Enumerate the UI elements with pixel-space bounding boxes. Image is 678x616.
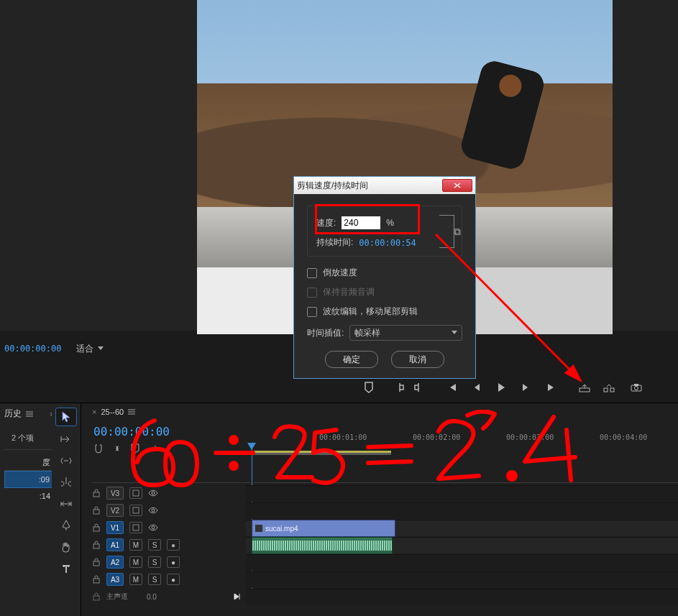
panel-menu-icon [26, 411, 33, 417]
track-header-v1[interactable]: V1 [92, 520, 244, 535]
track-select-tool[interactable] [56, 431, 76, 448]
mark-in-button[interactable] [394, 381, 407, 394]
extract-button[interactable] [603, 381, 615, 394]
ripple-edit-tool[interactable] [56, 452, 76, 469]
svg-rect-13 [93, 527, 99, 531]
svg-rect-10 [93, 510, 99, 514]
solo-button[interactable]: S [148, 556, 161, 568]
export-frame-button[interactable] [630, 381, 643, 394]
lock-icon[interactable] [92, 523, 101, 532]
bin-row[interactable]: 度 [4, 454, 55, 470]
step-forward-button[interactable] [519, 381, 532, 394]
track-header-v2[interactable]: V2 [92, 502, 244, 518]
eye-icon[interactable] [148, 507, 158, 514]
track-tag[interactable]: A2 [106, 556, 124, 569]
record-button[interactable]: ● [167, 539, 180, 551]
track-tag[interactable]: V3 [106, 487, 124, 500]
play-button[interactable] [495, 381, 508, 394]
eye-icon[interactable] [148, 489, 158, 497]
zoom-fit-label: 适合 [76, 343, 93, 355]
cancel-button[interactable]: 取消 [391, 351, 444, 368]
track-lane-a3[interactable] [246, 571, 678, 588]
step-back-button[interactable] [470, 381, 483, 394]
bin-row[interactable]: :14 [4, 488, 55, 504]
track-lane-v3[interactable] [246, 485, 678, 502]
go-to-out-button[interactable] [545, 381, 558, 394]
project-tab[interactable]: 历史 » [4, 408, 55, 420]
record-button[interactable]: ● [167, 574, 180, 585]
selection-tool[interactable] [55, 408, 77, 426]
bin-row[interactable]: :09 [4, 471, 55, 488]
sequence-tab[interactable]: × 25--60 [92, 408, 135, 416]
pitch-label: 保持音频音调 [323, 286, 375, 298]
track-header-a3[interactable]: A3 M S ● [92, 571, 244, 587]
track-target[interactable] [129, 487, 142, 499]
lock-icon[interactable] [92, 541, 101, 549]
track-tag[interactable]: V1 [106, 521, 124, 534]
track-lane-v2[interactable] [246, 502, 678, 519]
reverse-checkbox[interactable] [307, 268, 317, 278]
linked-selection-icon[interactable] [112, 443, 122, 454]
snap-icon[interactable] [93, 443, 104, 454]
mute-button[interactable]: M [129, 539, 142, 551]
duration-label: 持续时间: [316, 236, 353, 249]
zoom-fit-dropdown[interactable]: 适合 [70, 341, 110, 357]
track-header-a2[interactable]: A2 M S ● [92, 554, 244, 570]
add-marker-button[interactable] [362, 381, 375, 394]
track-tag[interactable]: V2 [106, 504, 124, 517]
track-lane-a2[interactable] [246, 554, 678, 571]
lock-icon[interactable] [92, 558, 101, 566]
track-header-master[interactable]: 主声道 0.0 [92, 589, 244, 604]
pen-tool[interactable] [56, 517, 76, 534]
lift-button[interactable] [578, 381, 591, 394]
track-tag[interactable]: A3 [106, 573, 124, 586]
lock-icon[interactable] [92, 592, 101, 601]
duration-value[interactable]: 00:00:00:54 [359, 238, 416, 248]
track-lane-master[interactable] [246, 589, 678, 605]
work-area-track [252, 453, 391, 455]
video-clip[interactable]: sucai.mp4 [252, 520, 395, 537]
lock-icon[interactable] [92, 506, 101, 515]
svg-rect-18 [93, 579, 99, 583]
audio-clip[interactable] [252, 537, 393, 554]
track-target[interactable] [129, 522, 142, 533]
eye-icon[interactable] [148, 524, 158, 531]
interp-value: 帧采样 [354, 327, 380, 339]
close-icon[interactable]: × [92, 408, 96, 416]
dialog-titlebar[interactable]: 剪辑速度/持续时间 [294, 177, 475, 194]
go-end-icon[interactable] [233, 592, 242, 601]
dialog-close-button[interactable] [442, 179, 472, 192]
program-timecode[interactable]: 00:00:00:00 [4, 344, 61, 354]
track-header-a1[interactable]: A1 M S ● [92, 537, 244, 553]
lock-icon[interactable] [92, 489, 101, 497]
lock-icon[interactable] [92, 575, 101, 584]
type-tool[interactable] [56, 560, 76, 577]
settings-icon[interactable] [148, 443, 158, 454]
slip-tool[interactable] [56, 495, 76, 512]
timeline-timecode[interactable]: 00:00:00:00 [93, 425, 170, 438]
solo-button[interactable]: S [148, 539, 161, 551]
hand-tool[interactable] [56, 538, 76, 556]
svg-rect-17 [93, 561, 99, 566]
solo-button[interactable]: S [148, 574, 161, 585]
track-tag[interactable]: A1 [106, 538, 124, 551]
interp-dropdown[interactable]: 帧采样 [349, 325, 462, 341]
ruler-label: 00:00:02:00 [413, 433, 460, 441]
mute-button[interactable]: M [129, 574, 142, 585]
ripple-checkbox[interactable] [307, 307, 317, 317]
track-header-v3[interactable]: V3 [92, 485, 244, 501]
record-button[interactable]: ● [167, 556, 180, 568]
track-target[interactable] [129, 505, 142, 516]
link-icon[interactable] [439, 215, 454, 248]
ok-button[interactable]: 确定 [325, 351, 378, 368]
go-to-in-button[interactable] [446, 381, 459, 394]
cancel-label: 取消 [409, 354, 426, 366]
ripple-label: 波纹编辑，移动尾部剪辑 [323, 305, 418, 318]
marker-icon[interactable] [131, 443, 139, 454]
speed-duration-group: 速度: % 持续时间: 00:00:00:54 [307, 206, 462, 257]
speed-input[interactable] [342, 216, 380, 229]
mark-out-button[interactable] [411, 381, 424, 394]
mute-button[interactable]: M [129, 556, 142, 568]
razor-tool[interactable] [56, 474, 76, 491]
tool-palette [52, 403, 81, 616]
